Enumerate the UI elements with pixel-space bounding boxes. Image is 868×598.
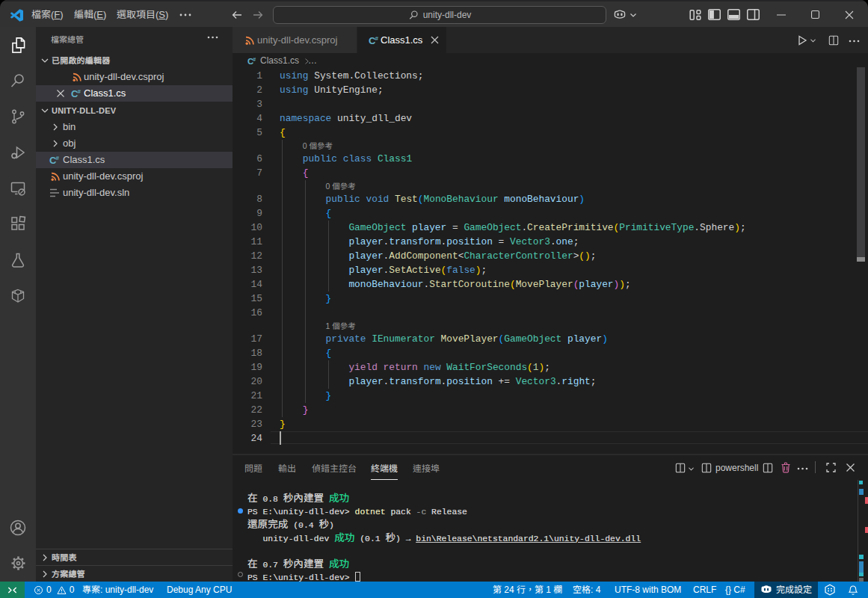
svg-text:#: #: [253, 57, 256, 62]
svg-text:#: #: [78, 88, 81, 95]
svg-text:#: #: [375, 35, 379, 42]
svg-text:#: #: [56, 155, 60, 161]
